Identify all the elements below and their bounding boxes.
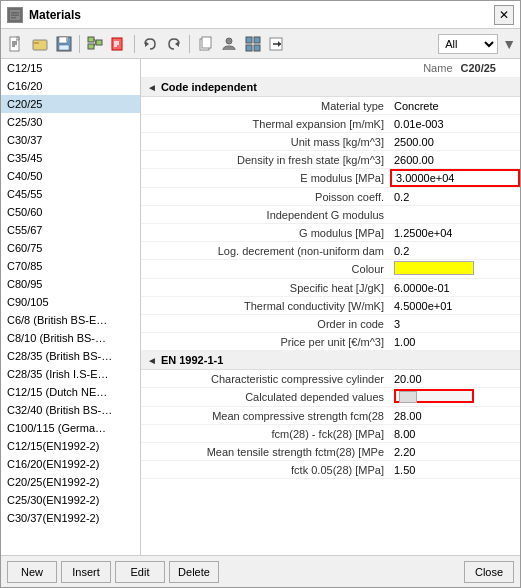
prop-poisson: Poisson coeff. 0.2 <box>141 188 520 206</box>
list-item[interactable]: C50/60 <box>1 203 140 221</box>
main-area: C12/15 C16/20 C20/25 C25/30 C30/37 C35/4… <box>1 59 520 555</box>
list-item[interactable]: C35/45 <box>1 149 140 167</box>
prop-value: Concrete <box>390 99 520 113</box>
toolbar-undo-btn[interactable] <box>139 33 161 55</box>
prop-fcm-fck: fcm(28) - fck(28) [MPa] 8.00 <box>141 425 520 443</box>
prop-value: 1.2500e+04 <box>390 226 520 240</box>
list-item-selected[interactable]: C20/25 <box>1 95 140 113</box>
list-item[interactable]: C100/115 (Germa… <box>1 419 140 437</box>
materials-list[interactable]: C12/15 C16/20 C20/25 C25/30 C30/37 C35/4… <box>1 59 141 555</box>
prop-independent-g: Independent G modulus <box>141 206 520 224</box>
prop-mean-tensile: Mean tensile strength fctm(28) [MPe 2.20 <box>141 443 520 461</box>
svg-marker-23 <box>145 41 149 47</box>
list-item[interactable]: C20/25(EN1992-2) <box>1 473 140 491</box>
prop-value: 2.20 <box>390 445 520 459</box>
filter-icon: ▼ <box>502 36 516 52</box>
list-item[interactable]: C45/55 <box>1 185 140 203</box>
bottom-bar: New Insert Edit Delete Close <box>1 555 520 587</box>
filter-select[interactable]: All <box>438 34 498 54</box>
prop-char-compressive: Characteristic compressive cylinder 20.0… <box>141 370 520 388</box>
list-item[interactable]: C25/30(EN1992-2) <box>1 491 140 509</box>
prop-label: Characteristic compressive cylinder <box>141 372 390 386</box>
toolbar-copy-btn[interactable] <box>194 33 216 55</box>
list-item[interactable]: C40/50 <box>1 167 140 185</box>
toolbar-import-btn[interactable] <box>108 33 130 55</box>
list-item[interactable]: C80/95 <box>1 275 140 293</box>
list-item[interactable]: C12/15 <box>1 59 140 77</box>
insert-button[interactable]: Insert <box>61 561 111 583</box>
list-item[interactable]: C32/40 (British BS-… <box>1 401 140 419</box>
list-item[interactable]: C90/105 <box>1 293 140 311</box>
prop-label: Density in fresh state [kg/m^3] <box>141 153 390 167</box>
prop-value-calc <box>390 388 520 406</box>
toolbar-save-btn[interactable] <box>53 33 75 55</box>
list-item[interactable]: C60/75 <box>1 239 140 257</box>
svg-rect-30 <box>246 45 252 51</box>
section-code-independent[interactable]: ◄ Code independent <box>141 78 520 97</box>
list-item[interactable]: C70/85 <box>1 257 140 275</box>
list-item[interactable]: C55/67 <box>1 221 140 239</box>
svg-rect-3 <box>11 17 16 19</box>
prop-label: Independent G modulus <box>141 208 390 222</box>
prop-calculated: Calculated depended values <box>141 388 520 407</box>
svg-rect-28 <box>246 37 252 43</box>
section-en1992[interactable]: ◄ EN 1992-1-1 <box>141 351 520 370</box>
prop-label: Thermal conductivity [W/mK] <box>141 299 390 313</box>
title-bar: Materials ✕ <box>1 1 520 29</box>
colour-swatch <box>394 261 474 275</box>
toolbar-new-btn[interactable] <box>5 33 27 55</box>
toolbar-redo-btn[interactable] <box>163 33 185 55</box>
prop-label: Unit mass [kg/m^3] <box>141 135 390 149</box>
prop-label: Colour <box>141 262 390 276</box>
filter-box: All ▼ <box>438 34 516 54</box>
name-value: C20/25 <box>461 62 496 74</box>
list-item[interactable]: C30/37 <box>1 131 140 149</box>
close-button[interactable]: Close <box>464 561 514 583</box>
edit-button[interactable]: Edit <box>115 561 165 583</box>
prop-log-decrement: Log. decrement (non-uniform dam 0.2 <box>141 242 520 260</box>
prop-label: Log. decrement (non-uniform dam <box>141 244 390 258</box>
list-item[interactable]: C6/8 (British BS-E… <box>1 311 140 329</box>
materials-window: Materials ✕ <box>0 0 521 588</box>
prop-colour: Colour <box>141 260 520 279</box>
section-title: EN 1992-1-1 <box>161 354 223 366</box>
prop-fctk: fctk 0.05(28) [MPa] 1.50 <box>141 461 520 479</box>
toolbar-tree-btn[interactable] <box>84 33 106 55</box>
window-title: Materials <box>29 8 494 22</box>
list-item[interactable]: C8/10 (British BS-… <box>1 329 140 347</box>
delete-button[interactable]: Delete <box>169 561 219 583</box>
section-title: Code independent <box>161 81 257 93</box>
close-window-button[interactable]: ✕ <box>494 5 514 25</box>
svg-rect-29 <box>254 37 260 43</box>
prop-value-emodulus: 3.0000e+04 <box>390 169 520 187</box>
new-button[interactable]: New <box>7 561 57 583</box>
list-item[interactable]: C28/35 (Irish I.S-E… <box>1 365 140 383</box>
list-item[interactable]: C25/30 <box>1 113 140 131</box>
prop-label: G modulus [MPa] <box>141 226 390 240</box>
list-item[interactable]: C30/37(EN1992-2) <box>1 509 140 527</box>
prop-label: Mean tensile strength fctm(28) [MPe <box>141 445 390 459</box>
list-item[interactable]: C12/15(EN1992-2) <box>1 437 140 455</box>
prop-value: 1.00 <box>390 335 520 349</box>
prop-label: E modulus [MPa] <box>141 171 390 185</box>
prop-value: 28.00 <box>390 409 520 423</box>
list-item[interactable]: C16/20(EN1992-2) <box>1 455 140 473</box>
prop-material-type: Material type Concrete <box>141 97 520 115</box>
svg-rect-11 <box>59 37 67 43</box>
prop-label: Mean compressive strength fcm(28 <box>141 409 390 423</box>
svg-rect-12 <box>66 37 68 41</box>
toolbar-separator2 <box>134 35 135 53</box>
prop-label: Order in code <box>141 317 390 331</box>
toolbar-export-btn[interactable] <box>266 33 288 55</box>
toolbar-btn2[interactable] <box>29 33 51 55</box>
svg-rect-31 <box>254 45 260 51</box>
svg-rect-26 <box>202 37 211 48</box>
svg-point-27 <box>226 38 232 44</box>
toolbar-user-btn[interactable] <box>218 33 240 55</box>
prop-value: 1.50 <box>390 463 520 477</box>
prop-value <box>390 214 520 216</box>
toolbar-multi-btn[interactable] <box>242 33 264 55</box>
list-item[interactable]: C28/35 (British BS-… <box>1 347 140 365</box>
list-item[interactable]: C12/15 (Dutch NE… <box>1 383 140 401</box>
list-item[interactable]: C16/20 <box>1 77 140 95</box>
